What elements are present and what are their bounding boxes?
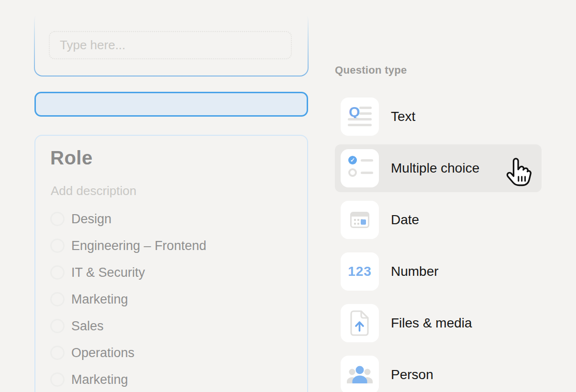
question-type-item-date[interactable]: Date [335,196,542,244]
option-row-sales[interactable]: Sales [50,313,289,339]
radio-icon[interactable] [50,212,65,226]
file-upload-icon [341,304,379,342]
text-question-block-body [35,12,308,76]
question-type-label: Text [391,109,415,124]
unchecked-radio-icon [348,168,357,177]
calendar-icon [341,201,379,239]
q-glyph: Q [349,104,360,120]
question-type-item-files-media[interactable]: Files & media [335,299,542,347]
question-type-item-person[interactable]: Person [335,351,542,392]
question-type-label: Person [391,367,433,382]
option-row-marketing[interactable]: Marketing [50,286,289,313]
radio-icon[interactable] [50,346,65,360]
123-glyph: 123 [341,252,379,291]
option-row-it-security[interactable]: IT & Security [50,259,289,286]
radio-icon[interactable] [50,372,65,387]
option-row-engineering-frontend[interactable]: Engineering – Frontend [50,232,289,259]
option-row-operations[interactable]: Operations [50,339,289,366]
option-label: Operations [71,346,134,360]
question-type-label: Number [391,264,439,279]
option-label: IT & Security [71,265,145,280]
option-label: Engineering – Frontend [71,239,206,253]
option-label: Marketing [71,292,128,307]
question-type-item-number[interactable]: 123 Number [335,248,542,295]
question-description-placeholder[interactable]: Add description [51,184,136,198]
option-row-marketing-2[interactable]: Marketing [50,366,289,392]
form-builder-canvas: Role Add description Design Engineering … [0,0,576,392]
option-label: Marketing [71,372,128,387]
question-type-label: Multiple choice [391,161,479,176]
answer-text-input[interactable] [49,31,292,59]
people-icon [341,356,379,392]
option-label: Design [71,212,111,227]
radio-icon[interactable] [50,239,65,253]
options-list: Design Engineering – Frontend IT & Secur… [50,206,289,392]
text-question-icon: Q [341,98,379,136]
question-type-item-multiple-choice[interactable]: ✓ Multiple choice [335,144,542,192]
radio-icon[interactable] [50,292,65,306]
option-row-design[interactable]: Design [50,206,289,232]
question-title[interactable]: Role [50,147,93,169]
question-type-panel-title: Question type [335,64,407,76]
question-type-label: Files & media [391,316,472,331]
radio-icon[interactable] [50,265,65,280]
checked-radio-icon: ✓ [348,156,357,164]
radio-icon[interactable] [50,319,65,333]
question-type-label: Date [391,212,419,228]
option-label: Sales [71,319,104,334]
multiple-choice-icon: ✓ [341,149,379,187]
selected-empty-block[interactable] [34,92,308,117]
number-icon: 123 [341,252,379,291]
question-type-item-text[interactable]: Q Text [335,93,542,141]
text-question-block[interactable] [34,11,309,76]
role-question-block[interactable]: Role Add description Design Engineering … [34,135,308,392]
